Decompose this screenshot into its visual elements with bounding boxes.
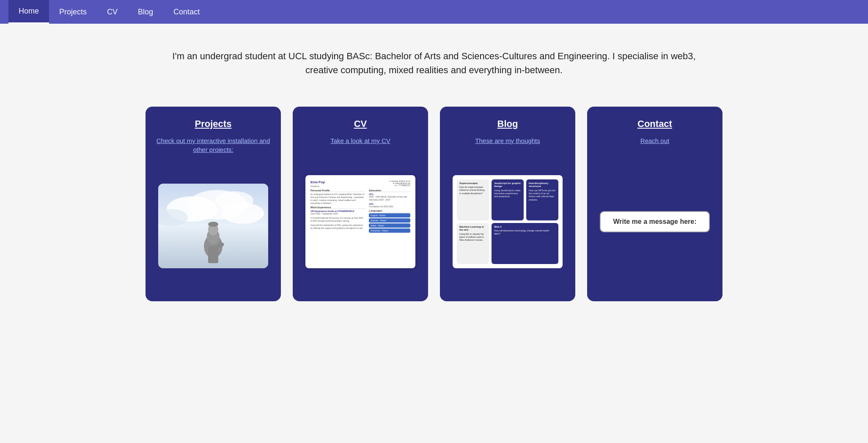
cv-card-content: Ema Pop Student e: emapop.27@ucl.ac.ukw:… — [303, 152, 418, 291]
cv-work1-dates: June 2022 - September 2022 — [310, 212, 365, 215]
svg-point-5 — [215, 191, 253, 210]
projects-image — [158, 184, 268, 268]
blog-card-content: Superconcepts How do superconcepts influ… — [450, 152, 565, 291]
cv-preview-box: Ema Pop Student e: emapop.27@ucl.ac.ukw:… — [305, 175, 415, 268]
nav-projects[interactable]: Projects — [49, 1, 97, 23]
cv-work-label: Work Experience — [310, 206, 365, 209]
cv-education-label: Education — [369, 189, 410, 192]
cv-lang3: Italian - Native — [369, 223, 410, 228]
hero-text: I'm an undergrad student at UCL studying… — [138, 24, 730, 94]
cv-profile-text: An undergrad student at UCL studying BAS… — [310, 193, 365, 205]
blog-card-link[interactable]: These are my thoughts — [475, 136, 540, 145]
navbar: Home Projects CV Blog Contact — [0, 0, 868, 24]
cv-role: Student — [310, 185, 325, 187]
nav-contact[interactable]: Contact — [163, 1, 210, 23]
svg-rect-7 — [208, 246, 218, 263]
nav-cv[interactable]: CV — [97, 1, 128, 23]
cv-card-link[interactable]: Take a look at my CV — [330, 136, 390, 145]
cv-ucl-dates: 2020 - 2024 (BASc, Bachelor of Arts and … — [369, 195, 410, 201]
cv-lang4: Romanian - Native — [369, 228, 410, 233]
blog-item-4[interactable]: Web 3 How will blockchain technology cha… — [492, 223, 558, 264]
cv-languages-label: Languages — [369, 209, 410, 212]
cards-grid: Projects Check out my interactive instal… — [53, 94, 815, 327]
blog-card: Blog These are my thoughts Superconcepts… — [440, 107, 575, 301]
cv-lang2: German - Native — [369, 218, 410, 223]
contact-card-content: Write me a message here: — [597, 152, 712, 291]
contact-message-box[interactable]: Write me a message here: — [600, 211, 710, 232]
cv-name: Ema Pop — [310, 180, 325, 184]
svg-point-10 — [208, 222, 218, 227]
cv-work1-text: A Transformational VR journey of 5 venue… — [310, 217, 365, 223]
projects-card-link[interactable]: Check out my interactive installation an… — [156, 136, 271, 154]
blog-item-2[interactable]: Interdisciplinary structures How can NFT… — [526, 179, 558, 220]
cv-lang1: English - Native — [369, 213, 410, 217]
blog-item-1[interactable]: JavaScript for graphic design Using Java… — [492, 179, 524, 220]
cv-personal-label: Personal Profile — [310, 189, 365, 192]
cv-card: CV Take a look at my CV Ema Pop Student … — [293, 107, 428, 301]
cv-ual-dates: Foundation Art 2020-2021 — [369, 205, 410, 208]
blog-card-title: Blog — [497, 118, 518, 129]
contact-card-title: Contact — [637, 118, 672, 129]
contact-card: Contact Reach out Write me a message her… — [587, 107, 722, 301]
blog-item-0[interactable]: Superconcepts How do superconcepts influ… — [457, 179, 489, 220]
nav-home[interactable]: Home — [8, 0, 49, 24]
blog-item-3[interactable]: Machine Learning in the arts Using ML to… — [457, 223, 489, 264]
projects-card: Projects Check out my interactive instal… — [146, 107, 281, 301]
nav-blog[interactable]: Blog — [128, 1, 163, 23]
cv-card-title: CV — [354, 118, 367, 129]
projects-card-content — [156, 161, 271, 291]
contact-card-link[interactable]: Reach out — [640, 136, 669, 145]
blog-preview-box: Superconcepts How do superconcepts influ… — [453, 175, 563, 268]
cv-work2-text: Improved the satisfaction of 200+ guests… — [310, 224, 365, 230]
projects-card-title: Projects — [195, 118, 232, 129]
